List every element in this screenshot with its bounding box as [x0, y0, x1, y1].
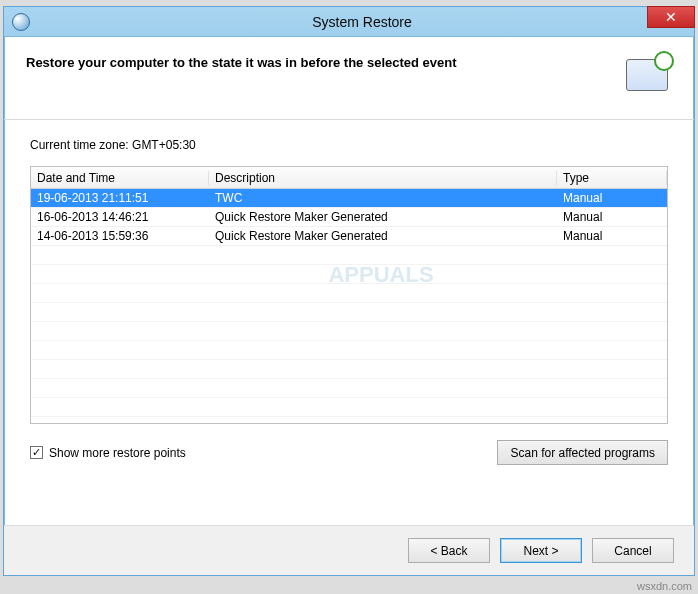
table-header: Date and Time Description Type — [31, 167, 667, 189]
checkmark-icon: ✓ — [32, 447, 41, 458]
column-header-type[interactable]: Type — [557, 171, 667, 185]
system-restore-window: System Restore ✕ Restore your computer t… — [3, 6, 695, 576]
body-area: Current time zone: GMT+05:30 APPUALS Dat… — [4, 120, 694, 540]
table-row — [31, 246, 667, 265]
cell-type: Manual — [557, 229, 667, 243]
window-title: System Restore — [30, 14, 694, 30]
header-area: Restore your computer to the state it wa… — [4, 37, 694, 120]
cell-date: 16-06-2013 14:46:21 — [31, 210, 209, 224]
restore-points-table: APPUALS Date and Time Description Type 1… — [30, 166, 668, 424]
timezone-label: Current time zone: GMT+05:30 — [30, 138, 668, 152]
cell-description: TWC — [209, 191, 557, 205]
next-button[interactable]: Next > — [500, 538, 582, 563]
page-heading: Restore your computer to the state it wa… — [26, 51, 624, 70]
below-table-row: ✓ Show more restore points Scan for affe… — [30, 440, 668, 465]
column-header-description[interactable]: Description — [209, 171, 557, 185]
back-button[interactable]: < Back — [408, 538, 490, 563]
content-area: Restore your computer to the state it wa… — [4, 37, 694, 575]
table-row — [31, 265, 667, 284]
cell-date: 14-06-2013 15:59:36 — [31, 229, 209, 243]
show-more-checkbox[interactable]: ✓ Show more restore points — [30, 446, 497, 460]
table-body: 19-06-2013 21:11:51TWCManual16-06-2013 1… — [31, 189, 667, 417]
cell-description: Quick Restore Maker Generated — [209, 229, 557, 243]
table-row — [31, 398, 667, 417]
table-row — [31, 379, 667, 398]
cell-date: 19-06-2013 21:11:51 — [31, 191, 209, 205]
column-header-date[interactable]: Date and Time — [31, 171, 209, 185]
title-bar[interactable]: System Restore ✕ — [4, 7, 694, 37]
cancel-button[interactable]: Cancel — [592, 538, 674, 563]
app-icon — [12, 13, 30, 31]
table-row — [31, 303, 667, 322]
table-row[interactable]: 16-06-2013 14:46:21Quick Restore Maker G… — [31, 208, 667, 227]
table-row — [31, 341, 667, 360]
cell-description: Quick Restore Maker Generated — [209, 210, 557, 224]
cell-type: Manual — [557, 191, 667, 205]
close-icon: ✕ — [665, 9, 677, 25]
table-row — [31, 360, 667, 379]
cell-type: Manual — [557, 210, 667, 224]
show-more-label: Show more restore points — [49, 446, 186, 460]
table-row[interactable]: 19-06-2013 21:11:51TWCManual — [31, 189, 667, 208]
source-signature: wsxdn.com — [637, 580, 692, 592]
restore-icon — [624, 51, 674, 101]
footer-buttons: < Back Next > Cancel — [4, 525, 694, 575]
close-button[interactable]: ✕ — [647, 6, 695, 28]
table-row — [31, 284, 667, 303]
table-row[interactable]: 14-06-2013 15:59:36Quick Restore Maker G… — [31, 227, 667, 246]
table-row — [31, 322, 667, 341]
checkbox-icon: ✓ — [30, 446, 43, 459]
scan-affected-button[interactable]: Scan for affected programs — [497, 440, 668, 465]
